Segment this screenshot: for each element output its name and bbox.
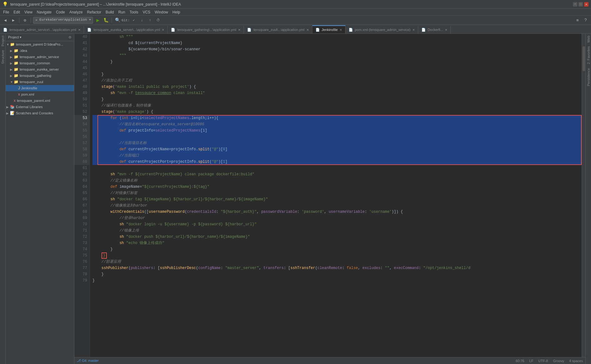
tree-item-eureka[interactable]: ▶ 📁 tensquare_eureka_server — [6, 66, 74, 72]
line-num-49: 49 — [83, 91, 87, 95]
sidebar-header: Project ▾ ⚙ — [6, 34, 74, 41]
tree-item-jenkinsfile[interactable]: J Jenkinsfile — [6, 85, 74, 91]
scrollbar-thumb[interactable] — [583, 46, 585, 71]
tab-close-jenkins[interactable]: ✕ — [340, 28, 342, 32]
line-num-72: 72 — [83, 235, 87, 239]
git-button[interactable]: Git: — [122, 17, 129, 24]
code-line-47: //添加公共子工程 — [92, 77, 582, 84]
side-label-web[interactable]: Web — [586, 34, 591, 44]
code-line-71: //镜像上传 — [92, 227, 582, 234]
scrollbar-track[interactable] — [582, 34, 585, 357]
tab-jenkinsfile[interactable]: 📄 Jenkinsfile ✕ — [312, 25, 345, 33]
tree-item-root[interactable]: ▼ 📁 tensquare_parent D:\IdeaPro... — [6, 41, 74, 47]
code-area[interactable]: sh """ cd ${currentProjectName} ${scanne… — [90, 34, 582, 357]
line-71: 71 — [74, 227, 90, 234]
tab-zuul[interactable]: 📄 tensquare_zuul\...\application.yml ✕ — [244, 25, 312, 33]
tab-close-zuul[interactable]: ✕ — [306, 28, 309, 32]
run-config-dropdown[interactable]: ☕ EurekaServerApplication ▾ — [33, 17, 93, 24]
tree-item-ext-libs[interactable]: ▶ 📚 External Libraries — [6, 104, 74, 110]
menu-navigate[interactable]: Navigate — [35, 9, 53, 15]
tree-label-eureka: tensquare_eureka_server — [20, 67, 59, 71]
editor-content: 40 41 42 43 44 45 46 47 48 49 50 51 52 5… — [74, 34, 585, 357]
code-line-44: } — [92, 59, 582, 65]
line-num-45: 45 — [83, 66, 87, 70]
tree-arrow-common: ▶ — [10, 62, 14, 65]
settings-button[interactable]: ⚙ — [22, 17, 28, 24]
tab-gathering[interactable]: 📄 tensquare_gathering\...\application.ym… — [168, 25, 244, 33]
menu-view[interactable]: View — [22, 9, 34, 15]
tree-item-zuul[interactable]: ▼ 📁 tensquare_zuul — [6, 79, 74, 85]
tab-eureka[interactable]: 📄 tensquare_eureka_server\...\applicatio… — [84, 25, 168, 33]
run-button[interactable]: ▶ — [94, 17, 101, 24]
tab-close-gathering[interactable]: ✕ — [238, 28, 241, 32]
right-side-strip: Web 2: Favorites Persistence — [585, 34, 591, 364]
menu-code[interactable]: Code — [54, 9, 67, 15]
side-label-project[interactable]: Project — [0, 34, 5, 48]
git-history-button[interactable]: ⏱ — [155, 17, 161, 24]
run-config-name: EurekaServerApplication — [39, 18, 87, 22]
toolbar-sep-3 — [112, 17, 112, 23]
line-64: 64 — [74, 184, 90, 190]
tab-close-docker[interactable]: ✕ — [445, 28, 447, 32]
tab-dockerfile[interactable]: 📄 Dockerfi... ✕ — [418, 25, 451, 33]
tab-close-admin[interactable]: ✕ — [78, 28, 81, 32]
tree-item-pomxml[interactable]: x pom.xml — [6, 91, 74, 97]
tree-item-idea[interactable]: ▶ 📁 .idea — [6, 47, 74, 54]
minimize-button[interactable]: ─ — [573, 2, 577, 7]
tree-item-admin[interactable]: ▶ 📁 tensquare_admin_service — [6, 54, 74, 60]
menu-refactor[interactable]: Refactor — [85, 9, 103, 15]
tree-label-idea: .idea — [20, 49, 27, 52]
indent-size: 4 spaces — [569, 359, 583, 363]
line-68: 68 — [74, 209, 90, 215]
back-button[interactable]: ◀ — [2, 17, 9, 24]
tab-icon-eureka: 📄 — [87, 28, 92, 32]
line-53: 53 — [74, 115, 90, 121]
line-num-46: 46 — [83, 72, 87, 77]
menu-bar: File Edit View Navigate Code Analyze Ref… — [0, 9, 591, 16]
tree-item-parent-xml[interactable]: x tensquare_parent.xml — [6, 97, 74, 104]
menu-build[interactable]: Build — [104, 9, 116, 15]
side-label-favorites[interactable]: 2: Favorites — [586, 44, 591, 66]
close-button[interactable]: ✕ — [584, 2, 589, 7]
code-line-51: //编译打包微服务，制作镜像 — [92, 102, 582, 109]
menu-run[interactable]: Run — [117, 9, 127, 15]
vcs-button[interactable]: ✓ — [130, 17, 137, 24]
line-43: 43 — [74, 52, 90, 59]
code-line-62: sh "mvn -f ${currentProjectName} clean p… — [92, 171, 582, 177]
git-update-button[interactable]: ↓ — [138, 17, 145, 24]
menu-file[interactable]: File — [1, 9, 11, 15]
menu-analyze[interactable]: Analyze — [67, 9, 85, 15]
status-bar: ⎇ Git: master 60:76 LF UTF-8 Groovy 4 sp… — [74, 357, 585, 364]
tab-admin-service[interactable]: 📄 tensquare_admin_service\...\applicatio… — [0, 25, 84, 33]
tree-item-common[interactable]: ▶ 📁 tensquare_common — [6, 60, 74, 66]
selection-region: for (int i=0;i<selectedProjectNames.leng… — [92, 115, 582, 165]
tab-close-eureka[interactable]: ✕ — [162, 28, 164, 32]
search-everywhere-button[interactable]: 🔍 — [114, 17, 121, 24]
tree-item-gathering[interactable]: ▶ 📁 tensquare_gathering — [6, 72, 74, 79]
debug-button[interactable]: 🐛 — [102, 17, 109, 24]
menu-help[interactable]: Help — [171, 9, 182, 15]
line-45: 45 — [74, 65, 90, 71]
menu-tools[interactable]: Tools — [128, 9, 140, 15]
layout-button[interactable]: ⊞ — [574, 17, 581, 24]
menu-window[interactable]: Window — [153, 9, 170, 15]
help-button[interactable]: ? — [582, 17, 589, 24]
side-label-structure[interactable]: Structure — [0, 48, 5, 66]
tab-label-zuul: tensquare_zuul\...\application.yml — [253, 28, 304, 32]
menu-vcs[interactable]: VCS — [141, 9, 152, 15]
side-label-persistence[interactable]: Persistence — [586, 66, 591, 88]
tab-label-docker: Dockerfi... — [428, 28, 443, 32]
maximize-button[interactable]: □ — [579, 2, 583, 7]
line-63: 63 — [74, 177, 90, 184]
tree-item-scratches[interactable]: ▶ 📝 Scratches and Consoles — [6, 110, 74, 116]
tab-pomxml[interactable]: 📄 pom.xml (tensquare_admin_service) ✕ — [345, 25, 418, 33]
code-line-64: def imageName="${currentProjectName}:${t… — [92, 184, 582, 190]
code-line-65: //对镜像打标签 — [92, 190, 582, 196]
sidebar-settings-icon[interactable]: ⚙ — [68, 35, 72, 39]
git-push-button[interactable]: ↑ — [147, 17, 153, 24]
menu-edit[interactable]: Edit — [12, 9, 22, 15]
forward-button[interactable]: ▶ — [10, 17, 17, 24]
tab-close-pom[interactable]: ✕ — [412, 28, 415, 32]
code-line-56 — [92, 134, 582, 140]
tree-arrow-eureka: ▶ — [10, 68, 14, 71]
